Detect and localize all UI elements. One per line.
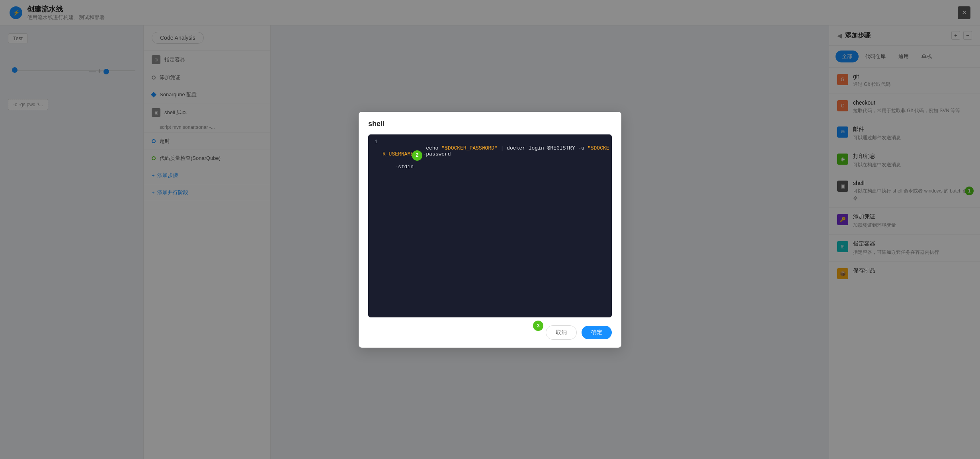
code-middle: | docker login $REGISTRY -u bbox=[498, 145, 588, 151]
code-echo: echo bbox=[426, 145, 441, 151]
shell-modal: shell 1 echo "$DOCKER_PASSWORD" | docker… bbox=[359, 112, 621, 348]
modal-body: 1 echo "$DOCKER_PASSWORD" | docker login… bbox=[359, 134, 621, 317]
line-number-1: 1 bbox=[368, 138, 383, 145]
code-line-2: 1 -stdin 2 bbox=[368, 163, 612, 172]
confirm-button[interactable]: 确定 bbox=[582, 326, 612, 339]
modal-footer: 3 取消 确定 bbox=[359, 317, 621, 348]
step-badge-2: 2 bbox=[412, 150, 422, 161]
code-line-1: 1 echo "$DOCKER_PASSWORD" | docker login… bbox=[368, 138, 612, 163]
modal-header: shell bbox=[359, 112, 621, 134]
modal-overlay: shell 1 echo "$DOCKER_PASSWORD" | docker… bbox=[0, 0, 980, 459]
modal-title: shell bbox=[368, 120, 385, 128]
cancel-button[interactable]: 取消 bbox=[546, 325, 577, 340]
code-editor[interactable]: 1 echo "$DOCKER_PASSWORD" | docker login… bbox=[368, 134, 612, 317]
line-number-2: 1 bbox=[368, 163, 383, 169]
line-content-2: -stdin bbox=[383, 163, 612, 170]
code-string1: "$DOCKER_PASSWORD" bbox=[441, 145, 497, 151]
step-badge-3: 3 bbox=[533, 321, 543, 331]
